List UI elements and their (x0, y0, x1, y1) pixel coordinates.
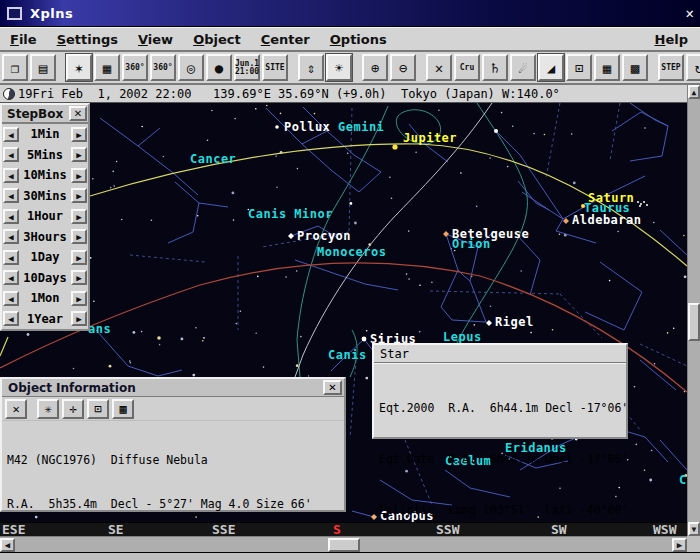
delete-marks-icon[interactable]: ✕ (426, 54, 452, 81)
horizon-mask-icon[interactable]: ◢ (538, 54, 564, 81)
step-forward-icon[interactable]: ▶ (71, 168, 87, 183)
menu-center[interactable]: Center (251, 30, 320, 49)
panorama-360-icon[interactable]: 360° (122, 54, 148, 81)
time-step-icon[interactable]: STEP (658, 54, 684, 81)
stepbox-close-icon[interactable]: ✕ (69, 106, 87, 121)
step-forward-icon[interactable]: ▶ (71, 250, 87, 265)
step-forward-icon[interactable]: ▶ (71, 291, 87, 306)
scene-view-icon[interactable]: ✶ (66, 54, 92, 81)
object-information-window: Object Information ✕ ✕ ✳ ✛ ⊡ ▦ M42 (NGC1… (0, 377, 346, 512)
datetime-icon[interactable]: Jun.1 21:00 (234, 54, 260, 81)
compass-ese: ESE (2, 523, 25, 537)
label-orion: Orion (452, 237, 491, 251)
step-row-1min: ◀ 1Min ▶ (2, 124, 88, 145)
vertical-scroll-thumb[interactable] (688, 303, 700, 341)
compass-sse: SSE (212, 523, 235, 537)
menu-help[interactable]: Help (643, 30, 700, 49)
scroll-down-icon[interactable]: ▼ (688, 522, 700, 536)
horizon-shift-icon[interactable]: ⇕ (298, 54, 324, 81)
compass-sw: SW (551, 523, 567, 537)
fine-grid-icon[interactable]: ▩ (622, 54, 648, 81)
menu-options[interactable]: Options (320, 30, 397, 49)
step-label: 1Day (19, 250, 71, 264)
label-columba-clipped: C (679, 473, 687, 487)
menu-view[interactable]: View (128, 30, 183, 49)
dark-sky-icon[interactable]: ● (206, 54, 232, 81)
label-canis: Canis (328, 348, 367, 362)
step-back-icon[interactable]: ◀ (3, 147, 19, 162)
scroll-up-icon[interactable]: ▲ (688, 85, 700, 99)
step-forward-icon[interactable]: ▶ (71, 229, 87, 244)
menu-file[interactable]: File (0, 30, 47, 49)
globe-360-icon[interactable]: 360° (150, 54, 176, 81)
label-canis-minor: Canis Minor (248, 207, 333, 221)
center-object-icon[interactable]: ✛ (62, 399, 84, 419)
step-row-1hour: ◀ 1Hour ▶ (2, 206, 88, 227)
menu-object[interactable]: Object (183, 30, 251, 49)
horizontal-scroll-thumb[interactable] (328, 538, 360, 552)
vertical-scrollbar[interactable]: ▲ ▼ (687, 85, 700, 536)
window-grid-icon[interactable]: ▦ (94, 54, 120, 81)
open-file-icon[interactable]: ❐ (2, 54, 28, 81)
scroll-right-icon[interactable]: ▶ (672, 538, 687, 552)
step-back-icon[interactable]: ◀ (3, 250, 19, 265)
label-gemini: Gemini (338, 120, 384, 134)
mark-star-icon[interactable]: ✳ (37, 399, 59, 419)
label-lepus: Lepus (443, 330, 482, 344)
status-bar: 19Fri Feb 1, 2002 22:00 139.69°E 35.69°N… (0, 85, 700, 103)
coarse-grid-icon[interactable]: ▦ (594, 54, 620, 81)
zoom-out-icon[interactable]: ⊖ (390, 54, 416, 81)
star-popup-title: Star (374, 345, 626, 363)
window-close-icon[interactable]: ✕ (686, 5, 694, 21)
step-forward-icon[interactable]: ▶ (71, 188, 87, 203)
rotation-icon[interactable]: ↻ (686, 54, 700, 81)
stepbox-title: StepBox (2, 107, 69, 121)
site-icon[interactable]: SITE (262, 54, 288, 81)
label-rigel: Rigel (495, 315, 534, 329)
save-icon[interactable]: ▤ (30, 54, 56, 81)
step-row-1day: ◀ 1Day ▶ (2, 247, 88, 268)
stepbox-title-bar: StepBox ✕ (2, 105, 88, 124)
compass-wsw: WSW (653, 523, 676, 537)
scroll-left-icon[interactable]: ◀ (0, 538, 15, 552)
step-forward-icon[interactable]: ▶ (71, 147, 87, 162)
step-label: 1Hour (19, 209, 71, 223)
image-view-icon[interactable]: ▦ (112, 399, 134, 419)
horizontal-scrollbar[interactable]: ◀ ▶ (0, 536, 687, 552)
step-back-icon[interactable]: ◀ (3, 291, 19, 306)
step-back-icon[interactable]: ◀ (3, 127, 19, 142)
step-row-1mon: ◀ 1Mon ▶ (2, 288, 88, 309)
step-back-icon[interactable]: ◀ (3, 188, 19, 203)
menu-settings[interactable]: Settings (47, 30, 128, 49)
step-back-icon[interactable]: ◀ (3, 209, 19, 224)
comets-icon[interactable]: ☄ (510, 54, 536, 81)
planets-icon[interactable]: ♄ (482, 54, 508, 81)
label-procyon: Procyon (297, 229, 351, 243)
step-label: 30Mins (19, 189, 71, 203)
step-forward-icon[interactable]: ▶ (71, 127, 87, 142)
daylight-scene-icon[interactable]: ☀ (326, 54, 352, 81)
step-back-icon[interactable]: ◀ (3, 311, 19, 326)
step-back-icon[interactable]: ◀ (3, 168, 19, 183)
galaxy-icon[interactable]: ◎ (178, 54, 204, 81)
step-row-30mins: ◀ 30Mins ▶ (2, 186, 88, 207)
step-row-10mins: ◀ 10Mins ▶ (2, 165, 88, 186)
finder-frame-icon[interactable]: ⊡ (87, 399, 109, 419)
zoom-in-icon[interactable]: ⊕ (362, 54, 388, 81)
object-information-close-icon[interactable]: ✕ (323, 380, 342, 395)
step-back-icon[interactable]: ◀ (3, 270, 19, 285)
window-menu-icon[interactable] (7, 7, 22, 20)
step-row-5mins: ◀ 5Mins ▶ (2, 145, 88, 166)
compass-se: SE (108, 523, 124, 537)
title-bar: Xplns ✕ (0, 0, 700, 27)
constellation-names-icon[interactable]: Cru (454, 54, 480, 81)
step-back-icon[interactable]: ◀ (3, 229, 19, 244)
window-bottom-frame (0, 552, 700, 560)
close-mark-icon[interactable]: ✕ (5, 399, 27, 419)
step-forward-icon[interactable]: ▶ (71, 209, 87, 224)
step-forward-icon[interactable]: ▶ (71, 270, 87, 285)
step-forward-icon[interactable]: ▶ (71, 311, 87, 326)
compass-ssw: SSW (436, 523, 459, 537)
object-image-icon[interactable]: ⊡ (566, 54, 592, 81)
label-aldebaran: Aldebaran (572, 213, 642, 227)
